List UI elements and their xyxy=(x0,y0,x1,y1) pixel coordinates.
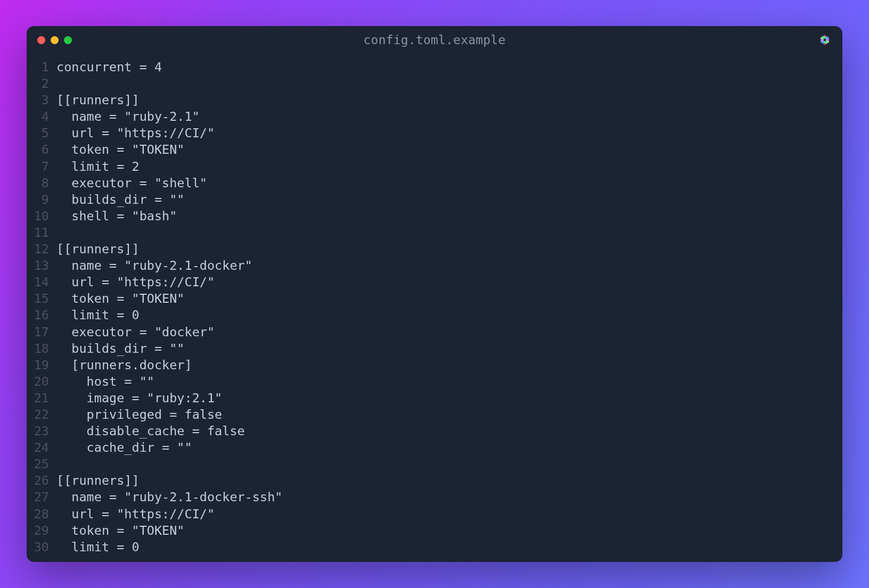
line-number: 17 xyxy=(27,324,56,341)
code-line[interactable]: 12[[runners]] xyxy=(27,241,842,258)
line-number: 6 xyxy=(27,142,56,158)
code-text: token = "TOKEN" xyxy=(56,523,185,539)
line-number: 19 xyxy=(27,357,56,374)
code-line[interactable]: 24 cache_dir = "" xyxy=(27,440,842,456)
line-number: 7 xyxy=(27,159,56,175)
code-line[interactable]: 17 executor = "docker" xyxy=(27,324,842,341)
code-line[interactable]: 22 privileged = false xyxy=(27,407,842,423)
code-text: cache_dir = "" xyxy=(56,440,192,456)
code-line[interactable]: 21 image = "ruby:2.1" xyxy=(27,390,842,407)
code-text: builds_dir = "" xyxy=(56,341,185,357)
line-number: 12 xyxy=(27,241,56,258)
line-number: 2 xyxy=(27,76,56,92)
code-line[interactable]: 7 limit = 2 xyxy=(27,159,842,175)
code-line[interactable]: 30 limit = 0 xyxy=(27,539,842,556)
code-line[interactable]: 20 host = "" xyxy=(27,374,842,390)
code-line[interactable]: 28 url = "https://CI/" xyxy=(27,506,842,523)
code-line[interactable]: 11 xyxy=(27,225,842,241)
code-text: url = "https://CI/" xyxy=(56,506,215,523)
code-line[interactable]: 14 url = "https://CI/" xyxy=(27,274,842,291)
code-text: [runners.docker] xyxy=(56,357,192,374)
line-number: 5 xyxy=(27,125,56,142)
code-line[interactable]: 27 name = "ruby-2.1-docker-ssh" xyxy=(27,489,842,506)
code-line[interactable]: 10 shell = "bash" xyxy=(27,208,842,225)
code-line[interactable]: 9 builds_dir = "" xyxy=(27,192,842,208)
code-text: shell = "bash" xyxy=(56,208,177,225)
code-line[interactable]: 13 name = "ruby-2.1-docker" xyxy=(27,258,842,274)
line-number: 9 xyxy=(27,192,56,208)
editor-window: config.toml.example 1concurrent = 423[[r… xyxy=(27,26,842,562)
code-line[interactable]: 5 url = "https://CI/" xyxy=(27,125,842,142)
code-line[interactable]: 16 limit = 0 xyxy=(27,307,842,324)
code-text: disable_cache = false xyxy=(56,423,245,440)
code-text: image = "ruby:2.1" xyxy=(56,390,222,407)
code-text: token = "TOKEN" xyxy=(56,291,185,307)
code-text: executor = "docker" xyxy=(56,324,215,341)
code-line[interactable]: 8 executor = "shell" xyxy=(27,175,842,192)
line-number: 22 xyxy=(27,407,56,423)
line-number: 14 xyxy=(27,274,56,291)
code-line[interactable]: 6 token = "TOKEN" xyxy=(27,142,842,158)
code-text: [[runners]] xyxy=(56,92,140,109)
line-number: 28 xyxy=(27,506,56,523)
line-number: 18 xyxy=(27,341,56,357)
code-line[interactable]: 2 xyxy=(27,76,842,92)
code-text: limit = 0 xyxy=(56,539,140,556)
line-number: 10 xyxy=(27,208,56,225)
code-line[interactable]: 18 builds_dir = "" xyxy=(27,341,842,357)
line-number: 16 xyxy=(27,307,56,324)
line-number: 30 xyxy=(27,539,56,556)
minimize-button[interactable] xyxy=(51,36,59,44)
window-title: config.toml.example xyxy=(364,33,506,47)
line-number: 24 xyxy=(27,440,56,456)
code-text: privileged = false xyxy=(56,407,222,423)
zoom-button[interactable] xyxy=(64,36,72,44)
code-text: url = "https://CI/" xyxy=(56,125,215,142)
line-number: 15 xyxy=(27,291,56,307)
code-line[interactable]: 4 name = "ruby-2.1" xyxy=(27,109,842,125)
code-line[interactable]: 15 token = "TOKEN" xyxy=(27,291,842,307)
line-number: 13 xyxy=(27,258,56,274)
code-editor[interactable]: 1concurrent = 423[[runners]]4 name = "ru… xyxy=(27,54,842,562)
line-number: 21 xyxy=(27,390,56,407)
code-text: executor = "shell" xyxy=(56,175,207,192)
line-number: 1 xyxy=(27,59,56,76)
code-line[interactable]: 26[[runners]] xyxy=(27,473,842,489)
line-number: 4 xyxy=(27,109,56,125)
line-number: 8 xyxy=(27,175,56,192)
code-text: name = "ruby-2.1" xyxy=(56,109,200,125)
code-line[interactable]: 29 token = "TOKEN" xyxy=(27,523,842,539)
code-text: concurrent = 4 xyxy=(56,59,162,76)
line-number: 29 xyxy=(27,523,56,539)
code-text: limit = 2 xyxy=(56,159,140,175)
code-text: [[runners]] xyxy=(56,241,140,258)
line-number: 20 xyxy=(27,374,56,390)
code-line[interactable]: 19 [runners.docker] xyxy=(27,357,842,374)
window-controls xyxy=(37,36,72,44)
titlebar: config.toml.example xyxy=(27,26,842,54)
line-number: 3 xyxy=(27,92,56,109)
code-line[interactable]: 23 disable_cache = false xyxy=(27,423,842,440)
code-line[interactable]: 25 xyxy=(27,456,842,473)
svg-point-6 xyxy=(824,39,826,42)
code-text: host = "" xyxy=(56,374,154,390)
app-logo-icon xyxy=(818,33,832,47)
code-text: builds_dir = "" xyxy=(56,192,185,208)
code-text: name = "ruby-2.1-docker-ssh" xyxy=(56,489,282,506)
code-text: token = "TOKEN" xyxy=(56,142,185,158)
code-text: limit = 0 xyxy=(56,307,140,324)
code-text: url = "https://CI/" xyxy=(56,274,215,291)
code-text: [[runners]] xyxy=(56,473,140,489)
line-number: 23 xyxy=(27,423,56,440)
code-text: name = "ruby-2.1-docker" xyxy=(56,258,252,274)
line-number: 25 xyxy=(27,456,56,473)
code-line[interactable]: 1concurrent = 4 xyxy=(27,59,842,76)
code-line[interactable]: 3[[runners]] xyxy=(27,92,842,109)
line-number: 11 xyxy=(27,225,56,241)
line-number: 27 xyxy=(27,489,56,506)
line-number: 26 xyxy=(27,473,56,489)
close-button[interactable] xyxy=(37,36,45,44)
